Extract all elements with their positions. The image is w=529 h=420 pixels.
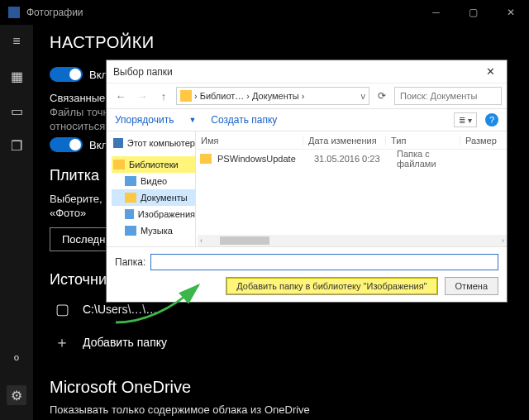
file-row[interactable]: PSWindowsUpdate 31.05.2016 0:23 Папка с … bbox=[196, 150, 507, 168]
dialog-close-button[interactable]: ✕ bbox=[480, 64, 500, 80]
folders-icon[interactable]: ❐ bbox=[7, 136, 26, 155]
sidebar: ≡ ▦ ▭ ❐ º ⚙ bbox=[0, 25, 33, 420]
organize-menu[interactable]: Упорядочить bbox=[115, 114, 174, 126]
row-folder-icon bbox=[200, 154, 212, 164]
col-size[interactable]: Размер bbox=[460, 136, 507, 146]
breadcrumb[interactable]: › Библиот… › Документы › v bbox=[176, 87, 369, 105]
source-path-label: C:\Users\…\… bbox=[83, 303, 157, 316]
tree-images[interactable]: Изображения bbox=[112, 206, 195, 222]
refresh-icon[interactable]: ⟳ bbox=[373, 87, 391, 105]
new-folder-button[interactable]: Создать папку bbox=[211, 114, 277, 126]
tree-libraries[interactable]: Библиотеки bbox=[112, 156, 195, 173]
tree-video[interactable]: Видео bbox=[112, 173, 195, 189]
breadcrumb-folder-icon bbox=[180, 90, 192, 102]
col-name[interactable]: Имя bbox=[196, 136, 303, 146]
titlebar: Фотографии ─ ▢ ✕ bbox=[0, 0, 529, 25]
hamburger-icon[interactable]: ≡ bbox=[7, 31, 26, 51]
scrollbar-thumb[interactable] bbox=[220, 236, 269, 245]
help-icon[interactable]: ? bbox=[485, 113, 498, 126]
plus-icon: ＋ bbox=[50, 330, 74, 355]
albums-icon[interactable]: ▭ bbox=[7, 101, 26, 121]
tree-documents[interactable]: Документы bbox=[112, 189, 195, 206]
tree-network[interactable]: Сеть bbox=[112, 244, 195, 246]
nav-back-icon[interactable]: ← bbox=[112, 87, 130, 105]
row-name: PSWindowsUpdate bbox=[216, 154, 309, 164]
tree-this-pc[interactable]: Этот компьютер bbox=[112, 135, 195, 151]
toggle-2[interactable] bbox=[50, 137, 83, 152]
breadcrumb-1[interactable]: Библиот… bbox=[200, 91, 245, 101]
nav-forward-icon[interactable]: → bbox=[133, 87, 151, 105]
breadcrumb-2[interactable]: Документы bbox=[252, 91, 299, 101]
add-to-library-button[interactable]: Добавить папку в библиотеку "Изображения… bbox=[226, 277, 437, 295]
folder-icon: ▢ bbox=[50, 297, 74, 322]
minimize-button[interactable]: ─ bbox=[417, 0, 455, 25]
row-date: 31.05.2016 0:23 bbox=[309, 154, 392, 164]
app-title: Фотографии bbox=[26, 7, 417, 18]
maximize-button[interactable]: ▢ bbox=[455, 0, 492, 25]
settings-icon[interactable]: ⚙ bbox=[7, 385, 26, 405]
tree-music[interactable]: Музыка bbox=[112, 222, 195, 239]
h-scrollbar[interactable]: ‹ › bbox=[198, 235, 507, 246]
close-button[interactable]: ✕ bbox=[492, 0, 529, 25]
col-date[interactable]: Дата изменения bbox=[303, 136, 386, 146]
file-pane: Имя Дата изменения Тип Размер PSWindowsU… bbox=[196, 131, 507, 246]
app-icon bbox=[8, 7, 20, 18]
folder-picker-dialog: Выбор папки ✕ ← → ↑ › Библиот… › Докумен… bbox=[106, 60, 508, 303]
nav-up-icon[interactable]: ↑ bbox=[155, 87, 173, 105]
cancel-button[interactable]: Отмена bbox=[445, 277, 498, 295]
row-type: Папка с файлами bbox=[392, 149, 466, 169]
add-folder-row[interactable]: ＋ Добавить папку bbox=[50, 330, 512, 355]
collection-icon[interactable]: ▦ bbox=[7, 66, 26, 86]
account-icon[interactable]: º bbox=[7, 351, 26, 370]
folder-input[interactable] bbox=[150, 254, 498, 270]
view-mode-icon[interactable]: ≣ ▾ bbox=[454, 112, 477, 127]
file-header: Имя Дата изменения Тип Размер bbox=[196, 131, 507, 150]
onedrive-sub: Показывать только содержимое облака из O… bbox=[50, 403, 512, 416]
chevron-down-icon[interactable]: v bbox=[361, 91, 366, 101]
add-folder-label: Добавить папку bbox=[83, 336, 167, 349]
dialog-title: Выбор папки bbox=[113, 66, 480, 78]
search-input[interactable] bbox=[394, 87, 502, 105]
nav-tree: Этот компьютер Библиотеки Видео Документ… bbox=[107, 131, 196, 246]
onedrive-heading: Microsoft OneDrive bbox=[50, 378, 512, 397]
folder-input-label: Папка: bbox=[115, 256, 145, 268]
toggle-1[interactable] bbox=[50, 67, 83, 82]
col-type[interactable]: Тип bbox=[386, 136, 460, 146]
page-title: НАСТРОЙКИ bbox=[50, 33, 512, 52]
